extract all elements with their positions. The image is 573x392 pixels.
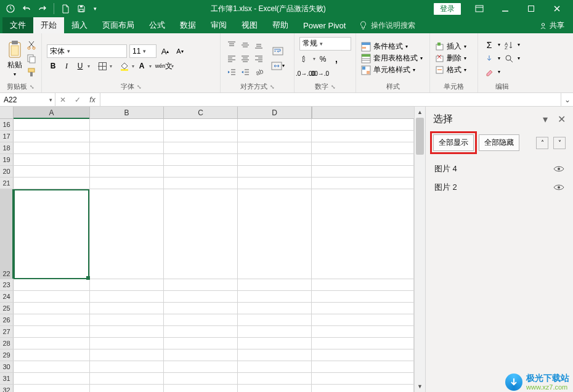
- cell[interactable]: [90, 314, 164, 325]
- cell[interactable]: [312, 166, 414, 177]
- cell[interactable]: [312, 349, 414, 361]
- cell[interactable]: [164, 338, 238, 349]
- cell[interactable]: [238, 131, 312, 142]
- cell[interactable]: [238, 303, 312, 314]
- cell[interactable]: [238, 178, 312, 189]
- row-header-20[interactable]: 20: [0, 166, 14, 177]
- cell[interactable]: [164, 326, 238, 337]
- cell[interactable]: [312, 142, 414, 153]
- formula-input[interactable]: [100, 93, 561, 106]
- cell[interactable]: [90, 303, 164, 314]
- vertical-scrollbar[interactable]: ▲ ▼: [414, 107, 425, 392]
- cell[interactable]: [312, 303, 414, 314]
- cell[interactable]: [238, 279, 312, 290]
- cell[interactable]: [312, 154, 414, 165]
- cancel-edit-button[interactable]: ✕: [55, 96, 70, 104]
- column-header-A[interactable]: A: [14, 107, 90, 118]
- tab-file[interactable]: 文件: [2, 17, 33, 33]
- decrease-decimal[interactable]: .00→.0: [313, 68, 325, 80]
- cell[interactable]: [14, 349, 90, 361]
- insert-cells-button[interactable]: 插入▾: [435, 41, 466, 52]
- align-bottom[interactable]: [253, 39, 265, 51]
- column-header-D[interactable]: D: [238, 107, 312, 118]
- italic-button[interactable]: I: [60, 60, 73, 72]
- cell[interactable]: [238, 326, 312, 337]
- cell[interactable]: [238, 291, 312, 302]
- cell[interactable]: [90, 349, 164, 361]
- formula-expand[interactable]: ⌄: [561, 93, 573, 106]
- row-header-31[interactable]: 31: [0, 373, 14, 384]
- cell[interactable]: [14, 291, 90, 302]
- delete-cells-button[interactable]: 删除▾: [435, 53, 466, 63]
- cell[interactable]: [14, 166, 90, 177]
- tab-data[interactable]: 数据: [173, 17, 203, 33]
- cell[interactable]: [238, 314, 312, 325]
- maximize-button[interactable]: [519, 2, 543, 15]
- cell[interactable]: [312, 326, 414, 337]
- cell[interactable]: [312, 131, 414, 142]
- cell[interactable]: [14, 142, 90, 153]
- close-button[interactable]: [545, 2, 569, 15]
- select-all-corner[interactable]: [0, 107, 14, 118]
- scroll-down[interactable]: ▼: [415, 381, 425, 392]
- cell[interactable]: [238, 154, 312, 165]
- decrease-indent[interactable]: [226, 66, 238, 78]
- merge-center-button[interactable]: ▾: [271, 60, 285, 72]
- cell[interactable]: [164, 385, 238, 392]
- border-button[interactable]: [96, 60, 108, 72]
- fill-button[interactable]: [483, 52, 495, 65]
- column-header-C[interactable]: C: [164, 107, 238, 118]
- cell[interactable]: [238, 385, 312, 392]
- autosum-button[interactable]: Σ: [483, 39, 495, 51]
- cell[interactable]: [312, 373, 414, 384]
- row-header-27[interactable]: 27: [0, 326, 14, 337]
- login-button[interactable]: 登录: [434, 3, 461, 15]
- cell[interactable]: [312, 178, 414, 189]
- increase-indent[interactable]: [239, 66, 251, 78]
- align-dialog-launcher[interactable]: ⤡: [270, 84, 275, 90]
- underline-button[interactable]: U: [74, 60, 86, 72]
- cell[interactable]: [90, 338, 164, 349]
- number-format-select[interactable]: 常规▾: [299, 37, 351, 51]
- format-as-table-button[interactable]: 套用表格格式▾: [361, 53, 423, 63]
- fx-button[interactable]: fx: [85, 96, 100, 104]
- align-left[interactable]: [226, 52, 238, 65]
- cell[interactable]: [312, 291, 414, 302]
- cell[interactable]: [14, 303, 90, 314]
- tell-me-search[interactable]: 操作说明搜索: [353, 17, 421, 33]
- tab-home[interactable]: 开始: [33, 17, 64, 33]
- cell[interactable]: [14, 119, 90, 130]
- cell[interactable]: [14, 131, 90, 142]
- cell[interactable]: [14, 373, 90, 384]
- cell[interactable]: [164, 361, 238, 372]
- cell[interactable]: [14, 178, 90, 189]
- row-header-17[interactable]: 17: [0, 131, 14, 142]
- cell[interactable]: [164, 142, 238, 153]
- font-color-button[interactable]: A: [136, 60, 148, 72]
- cell[interactable]: [164, 349, 238, 361]
- cell[interactable]: [164, 154, 238, 165]
- confirm-edit-button[interactable]: ✓: [70, 96, 85, 104]
- row-header-22[interactable]: 22: [0, 189, 14, 279]
- row-header-21[interactable]: 21: [0, 178, 14, 189]
- row-header-29[interactable]: 29: [0, 349, 14, 361]
- tab-review[interactable]: 审阅: [203, 17, 234, 33]
- column-header-B[interactable]: B: [90, 107, 164, 118]
- grow-font-button[interactable]: A▴: [159, 45, 171, 57]
- cell[interactable]: [14, 189, 90, 279]
- font-dialog-launcher[interactable]: ⤡: [137, 84, 142, 90]
- cell[interactable]: [90, 178, 164, 189]
- cell[interactable]: [312, 314, 414, 325]
- row-header-26[interactable]: 26: [0, 314, 14, 325]
- undo-button[interactable]: [20, 2, 33, 15]
- copy-button[interactable]: [26, 54, 36, 63]
- share-button[interactable]: 共享: [530, 17, 573, 33]
- tab-power-pivot[interactable]: Power Pivot: [296, 17, 353, 33]
- minimize-button[interactable]: [493, 2, 518, 15]
- fill-color-button[interactable]: [118, 60, 131, 72]
- name-box[interactable]: A22▾: [0, 93, 55, 106]
- cell-styles-button[interactable]: 单元格样式▾: [361, 65, 423, 75]
- autosave-toggle[interactable]: [4, 2, 17, 15]
- font-size-select[interactable]: 11▾: [129, 44, 156, 58]
- cell[interactable]: [312, 119, 414, 130]
